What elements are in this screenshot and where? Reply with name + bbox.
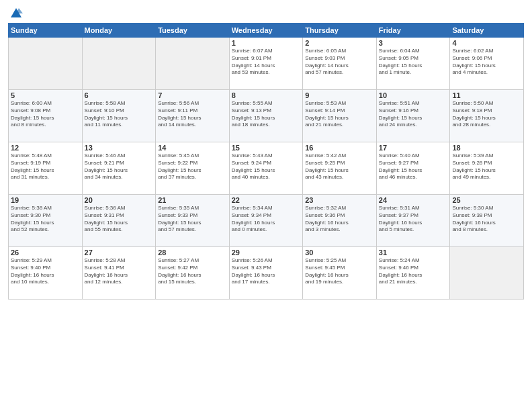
- day-number: 14: [158, 144, 227, 152]
- day-number: 29: [232, 248, 301, 257]
- day-number: 15: [232, 144, 301, 152]
- day-info: Sunrise: 5:31 AM Sunset: 9:37 PM Dayligh…: [379, 205, 448, 234]
- day-number: 11: [452, 91, 521, 99]
- day-info: Sunrise: 5:45 AM Sunset: 9:22 PM Dayligh…: [158, 152, 227, 181]
- day-number: 16: [305, 144, 374, 152]
- day-cell: 15Sunrise: 5:43 AM Sunset: 9:24 PM Dayli…: [229, 142, 303, 195]
- day-number: 3: [379, 39, 448, 47]
- page: SundayMondayTuesdayWednesdayThursdayFrid…: [0, 0, 532, 411]
- day-cell: 30Sunrise: 5:25 AM Sunset: 9:45 PM Dayli…: [303, 247, 377, 300]
- day-cell: 5Sunrise: 6:00 AM Sunset: 9:08 PM Daylig…: [9, 90, 83, 142]
- day-cell: 23Sunrise: 5:32 AM Sunset: 9:36 PM Dayli…: [303, 195, 377, 247]
- day-number: 25: [452, 196, 521, 204]
- day-cell: 11Sunrise: 5:50 AM Sunset: 9:18 PM Dayli…: [450, 90, 524, 142]
- logo-icon: [9, 7, 23, 19]
- day-number: 21: [158, 196, 227, 204]
- week-row-2: 5Sunrise: 6:00 AM Sunset: 9:08 PM Daylig…: [9, 90, 524, 142]
- day-cell: 24Sunrise: 5:31 AM Sunset: 9:37 PM Dayli…: [376, 195, 450, 247]
- day-cell: 31Sunrise: 5:24 AM Sunset: 9:46 PM Dayli…: [376, 247, 450, 300]
- day-cell: 8Sunrise: 5:55 AM Sunset: 9:13 PM Daylig…: [229, 90, 303, 142]
- day-cell: [450, 247, 524, 300]
- day-info: Sunrise: 5:38 AM Sunset: 9:30 PM Dayligh…: [11, 205, 80, 234]
- day-info: Sunrise: 6:07 AM Sunset: 9:01 PM Dayligh…: [232, 48, 301, 77]
- day-info: Sunrise: 5:43 AM Sunset: 9:24 PM Dayligh…: [232, 152, 301, 181]
- day-number: 7: [158, 91, 227, 99]
- header: [8, 7, 524, 19]
- day-number: 24: [379, 196, 448, 204]
- day-number: 19: [11, 196, 80, 204]
- day-info: Sunrise: 5:39 AM Sunset: 9:28 PM Dayligh…: [452, 152, 521, 181]
- day-cell: 1Sunrise: 6:07 AM Sunset: 9:01 PM Daylig…: [229, 38, 303, 90]
- day-number: 13: [85, 144, 154, 152]
- day-number: 31: [379, 248, 448, 257]
- day-cell: 7Sunrise: 5:56 AM Sunset: 9:11 PM Daylig…: [156, 90, 230, 142]
- day-cell: [156, 38, 230, 90]
- col-header-sunday: Sunday: [9, 24, 83, 38]
- day-number: 9: [305, 91, 374, 99]
- day-number: 28: [158, 248, 227, 257]
- col-header-thursday: Thursday: [303, 24, 377, 38]
- day-number: 20: [85, 196, 154, 204]
- day-info: Sunrise: 5:28 AM Sunset: 9:41 PM Dayligh…: [85, 257, 154, 286]
- col-header-saturday: Saturday: [450, 24, 524, 38]
- day-info: Sunrise: 5:29 AM Sunset: 9:40 PM Dayligh…: [11, 257, 80, 286]
- day-info: Sunrise: 5:35 AM Sunset: 9:33 PM Dayligh…: [158, 205, 227, 234]
- week-row-1: 1Sunrise: 6:07 AM Sunset: 9:01 PM Daylig…: [9, 38, 524, 90]
- day-cell: 10Sunrise: 5:51 AM Sunset: 9:16 PM Dayli…: [376, 90, 450, 142]
- day-number: 12: [11, 144, 80, 152]
- day-cell: 13Sunrise: 5:46 AM Sunset: 9:21 PM Dayli…: [82, 142, 156, 195]
- day-info: Sunrise: 5:26 AM Sunset: 9:43 PM Dayligh…: [232, 257, 301, 286]
- week-row-4: 19Sunrise: 5:38 AM Sunset: 9:30 PM Dayli…: [9, 195, 524, 247]
- day-number: 26: [11, 248, 80, 257]
- day-cell: 29Sunrise: 5:26 AM Sunset: 9:43 PM Dayli…: [229, 247, 303, 300]
- day-cell: 14Sunrise: 5:45 AM Sunset: 9:22 PM Dayli…: [156, 142, 230, 195]
- day-cell: 16Sunrise: 5:42 AM Sunset: 9:25 PM Dayli…: [303, 142, 377, 195]
- day-number: 27: [85, 248, 154, 257]
- calendar-table: SundayMondayTuesdayWednesdayThursdayFrid…: [8, 23, 524, 300]
- day-info: Sunrise: 6:02 AM Sunset: 9:06 PM Dayligh…: [452, 48, 521, 77]
- day-cell: 4Sunrise: 6:02 AM Sunset: 9:06 PM Daylig…: [450, 38, 524, 90]
- day-cell: 22Sunrise: 5:34 AM Sunset: 9:34 PM Dayli…: [229, 195, 303, 247]
- day-info: Sunrise: 5:46 AM Sunset: 9:21 PM Dayligh…: [85, 152, 154, 181]
- day-info: Sunrise: 5:25 AM Sunset: 9:45 PM Dayligh…: [305, 257, 374, 286]
- day-number: 4: [452, 39, 521, 47]
- logo: [8, 7, 23, 19]
- day-cell: 28Sunrise: 5:27 AM Sunset: 9:42 PM Dayli…: [156, 247, 230, 300]
- day-number: 23: [305, 196, 374, 204]
- day-number: 10: [379, 91, 448, 99]
- day-number: 6: [85, 91, 154, 99]
- day-cell: [82, 38, 156, 90]
- day-info: Sunrise: 5:34 AM Sunset: 9:34 PM Dayligh…: [232, 205, 301, 234]
- day-cell: 9Sunrise: 5:53 AM Sunset: 9:14 PM Daylig…: [303, 90, 377, 142]
- day-info: Sunrise: 5:53 AM Sunset: 9:14 PM Dayligh…: [305, 100, 374, 129]
- col-header-wednesday: Wednesday: [229, 24, 303, 38]
- header-row: SundayMondayTuesdayWednesdayThursdayFrid…: [9, 24, 524, 38]
- day-info: Sunrise: 5:58 AM Sunset: 9:10 PM Dayligh…: [85, 100, 154, 129]
- day-cell: 25Sunrise: 5:30 AM Sunset: 9:38 PM Dayli…: [450, 195, 524, 247]
- day-cell: 21Sunrise: 5:35 AM Sunset: 9:33 PM Dayli…: [156, 195, 230, 247]
- day-number: 30: [305, 248, 374, 257]
- day-cell: 17Sunrise: 5:40 AM Sunset: 9:27 PM Dayli…: [376, 142, 450, 195]
- day-info: Sunrise: 6:00 AM Sunset: 9:08 PM Dayligh…: [11, 100, 80, 129]
- day-info: Sunrise: 5:50 AM Sunset: 9:18 PM Dayligh…: [452, 100, 521, 129]
- day-info: Sunrise: 6:04 AM Sunset: 9:05 PM Dayligh…: [379, 48, 448, 77]
- day-info: Sunrise: 5:55 AM Sunset: 9:13 PM Dayligh…: [232, 100, 301, 129]
- day-number: 17: [379, 144, 448, 152]
- day-info: Sunrise: 5:42 AM Sunset: 9:25 PM Dayligh…: [305, 152, 374, 181]
- day-info: Sunrise: 5:24 AM Sunset: 9:46 PM Dayligh…: [379, 257, 448, 286]
- day-info: Sunrise: 5:36 AM Sunset: 9:31 PM Dayligh…: [85, 205, 154, 234]
- day-number: 18: [452, 144, 521, 152]
- day-cell: 26Sunrise: 5:29 AM Sunset: 9:40 PM Dayli…: [9, 247, 83, 300]
- day-info: Sunrise: 5:30 AM Sunset: 9:38 PM Dayligh…: [452, 205, 521, 234]
- day-cell: 12Sunrise: 5:48 AM Sunset: 9:19 PM Dayli…: [9, 142, 83, 195]
- day-number: 1: [232, 39, 301, 47]
- week-row-3: 12Sunrise: 5:48 AM Sunset: 9:19 PM Dayli…: [9, 142, 524, 195]
- day-info: Sunrise: 5:56 AM Sunset: 9:11 PM Dayligh…: [158, 100, 227, 129]
- col-header-monday: Monday: [82, 24, 156, 38]
- day-number: 2: [305, 39, 374, 47]
- col-header-friday: Friday: [376, 24, 450, 38]
- day-info: Sunrise: 5:48 AM Sunset: 9:19 PM Dayligh…: [11, 152, 80, 181]
- day-cell: [9, 38, 83, 90]
- day-cell: 2Sunrise: 6:05 AM Sunset: 9:03 PM Daylig…: [303, 38, 377, 90]
- day-info: Sunrise: 5:40 AM Sunset: 9:27 PM Dayligh…: [379, 152, 448, 181]
